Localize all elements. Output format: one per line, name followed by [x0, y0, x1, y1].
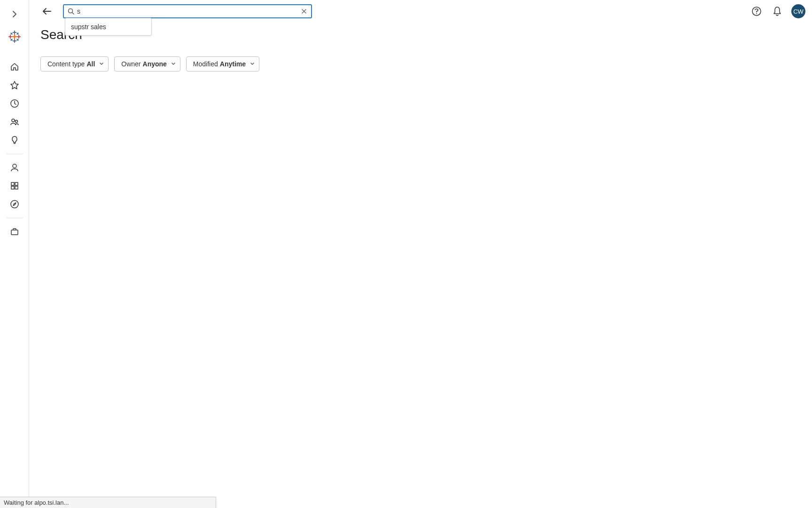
notifications-button[interactable] [770, 4, 785, 19]
sidebar-item-favorites[interactable] [7, 78, 22, 93]
filter-owner[interactable]: Owner Anyone [114, 56, 180, 71]
svg-point-19 [12, 119, 15, 122]
sidebar-item-home[interactable] [7, 59, 22, 74]
tableau-logo-icon [8, 31, 21, 43]
status-bar: Waiting for alpo.tsi.lan... [0, 497, 216, 508]
filter-value: All [86, 60, 95, 68]
filter-content-type[interactable]: Content type All [40, 56, 109, 71]
svg-point-21 [13, 164, 16, 168]
sidebar-item-personal-space[interactable] [7, 160, 22, 175]
tableau-logo[interactable] [8, 30, 21, 43]
svg-point-20 [15, 120, 17, 123]
caret-down-icon [250, 63, 254, 65]
compass-icon [10, 199, 19, 209]
filter-value: Anyone [143, 60, 167, 68]
search-clear-button[interactable] [300, 7, 308, 16]
filter-label: Modified [193, 60, 218, 68]
sidebar-expand-button[interactable] [7, 7, 22, 22]
main-content: Search Content type All Owner Anyone Mod… [40, 27, 812, 71]
svg-rect-23 [15, 183, 18, 185]
home-icon [10, 62, 19, 71]
chevron-right-icon [12, 11, 17, 17]
sidebar-divider-2 [6, 218, 23, 218]
close-icon [301, 8, 307, 14]
search-input[interactable] [77, 8, 300, 15]
svg-rect-27 [11, 230, 18, 235]
arrow-left-icon [42, 8, 52, 15]
sidebar-item-explore[interactable] [7, 197, 22, 212]
caret-down-icon [100, 63, 103, 65]
person-icon [10, 163, 19, 172]
help-icon [751, 6, 762, 16]
filter-row: Content type All Owner Anyone Modified A… [40, 56, 812, 71]
star-icon [10, 80, 19, 90]
svg-rect-25 [15, 186, 18, 189]
sidebar-item-recents[interactable] [7, 96, 22, 111]
bell-icon [773, 6, 782, 16]
svg-point-31 [756, 13, 757, 14]
svg-line-29 [72, 13, 74, 15]
lightbulb-icon [10, 135, 19, 145]
suggestion-item[interactable]: supstr sales [65, 18, 151, 35]
left-sidebar [0, 0, 29, 508]
sidebar-divider [6, 154, 23, 154]
filter-label: Content type [47, 60, 85, 68]
filter-label: Owner [121, 60, 141, 68]
svg-rect-24 [11, 186, 14, 189]
sidebar-item-external-assets[interactable] [7, 224, 22, 239]
sidebar-item-shared[interactable] [7, 114, 22, 129]
clock-icon [10, 99, 19, 108]
search-icon [68, 8, 74, 15]
back-button[interactable] [39, 4, 55, 19]
help-button[interactable] [749, 4, 764, 19]
status-text: Waiting for alpo.tsi.lan... [4, 499, 69, 506]
briefcase-icon [10, 227, 19, 236]
filter-modified[interactable]: Modified Anytime [186, 56, 259, 71]
caret-down-icon [172, 63, 175, 65]
filter-value: Anytime [220, 60, 246, 68]
svg-rect-22 [11, 183, 14, 185]
search-suggestions-dropdown: supstr sales [65, 18, 152, 36]
page-title: Search [40, 27, 812, 42]
svg-point-26 [11, 200, 18, 208]
user-avatar[interactable]: CW [791, 4, 805, 18]
sidebar-item-recommendations[interactable] [7, 133, 22, 148]
sidebar-item-collections[interactable] [7, 178, 22, 193]
search-box[interactable] [63, 4, 312, 18]
people-icon [10, 117, 19, 127]
grid-icon [10, 181, 19, 190]
